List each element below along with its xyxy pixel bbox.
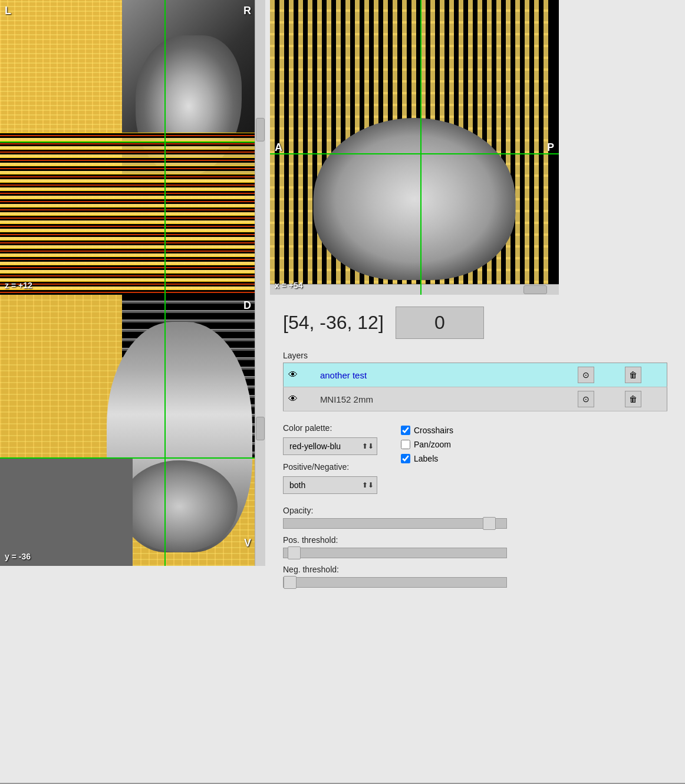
value-display: 0 bbox=[396, 307, 484, 339]
posneg-group: Positive/Negative: both positive negativ… bbox=[283, 462, 377, 494]
coordinates-display: [54, -36, 12] bbox=[283, 312, 384, 334]
crosshairs-checkbox[interactable] bbox=[401, 426, 410, 435]
axial-label-R: R bbox=[243, 5, 251, 17]
posneg-wrapper: both positive negative ⬆⬇ bbox=[283, 476, 377, 494]
sagittal-crosshair-h bbox=[0, 457, 255, 459]
layer-0-name: another test bbox=[320, 370, 367, 380]
bottom-row: D V y = -36 [54, -36, 12] 0 Layers bbox=[0, 295, 685, 566]
axial-vscrollbar-thumb[interactable] bbox=[256, 118, 265, 141]
layers-section: Layers 👁 another test ⊙ bbox=[283, 351, 667, 411]
color-palette-label: Color palette: bbox=[283, 423, 377, 433]
layer-0-delete-btn[interactable]: 🗑 bbox=[625, 367, 641, 383]
layer-0-eye[interactable]: 👁 bbox=[288, 370, 298, 380]
axial-view[interactable]: L R z = +12 bbox=[0, 0, 265, 295]
opacity-group: Opacity: bbox=[283, 506, 667, 529]
layer-0-settings-btn[interactable]: ⊙ bbox=[578, 367, 594, 383]
layer-1-name: MNI152 2mm bbox=[320, 394, 373, 404]
labels-label: Labels bbox=[414, 454, 438, 463]
controls-row: Color palette: red-yellow-blu gray hot c… bbox=[283, 423, 667, 494]
coronal-hscrollbar[interactable] bbox=[270, 284, 559, 295]
sagittal-vscrollbar[interactable] bbox=[255, 295, 265, 566]
axial-label-L: L bbox=[5, 5, 11, 17]
axial-coord: z = +12 bbox=[5, 281, 32, 290]
neg-threshold-slider[interactable] bbox=[283, 577, 507, 588]
coronal-brain bbox=[314, 118, 516, 280]
color-palette-group: Color palette: red-yellow-blu gray hot c… bbox=[283, 423, 377, 455]
labels-checkbox[interactable] bbox=[401, 454, 410, 463]
sagittal-vscrollbar-thumb[interactable] bbox=[256, 417, 265, 440]
coronal-label-A: A bbox=[275, 141, 282, 154]
layer-1-eye[interactable]: 👁 bbox=[288, 394, 298, 404]
sagittal-label-D: D bbox=[243, 299, 251, 312]
main-container: L R z = +12 A P x = +54 bbox=[0, 0, 685, 784]
neg-threshold-group: Neg. threshold: bbox=[283, 565, 667, 588]
labels-checkbox-row[interactable]: Labels bbox=[401, 454, 453, 463]
posneg-label: Positive/Negative: bbox=[283, 462, 377, 472]
sagittal-crosshair-v bbox=[164, 295, 166, 566]
pos-threshold-label: Pos. threshold: bbox=[283, 535, 667, 545]
opacity-track bbox=[283, 518, 667, 529]
color-palette-select[interactable]: red-yellow-blu gray hot cool jet bbox=[283, 437, 377, 455]
layers-table: 👁 another test ⊙ 🗑 bbox=[283, 363, 667, 411]
right-controls: Crosshairs Pan/zoom Labels bbox=[401, 423, 453, 463]
axial-stripes bbox=[0, 133, 265, 295]
pos-threshold-slider[interactable] bbox=[283, 548, 507, 558]
axial-vscrollbar[interactable] bbox=[255, 0, 265, 295]
sagittal-gray-bottom bbox=[0, 457, 133, 566]
controls-panel: [54, -36, 12] 0 Layers 👁 another test bbox=[265, 295, 685, 566]
neg-threshold-label: Neg. threshold: bbox=[283, 565, 667, 574]
coronal-hscrollbar-thumb[interactable] bbox=[523, 285, 547, 294]
coronal-view[interactable]: A P x = +54 bbox=[270, 0, 559, 295]
neg-threshold-track bbox=[283, 577, 667, 588]
crosshairs-label: Crosshairs bbox=[414, 426, 453, 435]
coronal-coord: x = +54 bbox=[275, 281, 303, 290]
layers-label: Layers bbox=[283, 351, 667, 360]
left-controls: Color palette: red-yellow-blu gray hot c… bbox=[283, 423, 377, 494]
posneg-select[interactable]: both positive negative bbox=[283, 476, 377, 494]
coronal-label-P: P bbox=[547, 141, 554, 154]
layer-1-settings-btn[interactable]: ⊙ bbox=[578, 391, 594, 407]
axial-crosshair-h bbox=[0, 141, 255, 143]
pos-threshold-group: Pos. threshold: bbox=[283, 535, 667, 559]
opacity-slider[interactable] bbox=[283, 518, 507, 529]
slider-section: Opacity: Pos. threshold: Neg. threshold: bbox=[283, 506, 667, 588]
layer-row-1: 👁 MNI152 2mm ⊙ 🗑 bbox=[284, 387, 667, 411]
panzoom-checkbox-row[interactable]: Pan/zoom bbox=[401, 440, 453, 449]
crosshairs-checkbox-row[interactable]: Crosshairs bbox=[401, 426, 453, 435]
pos-threshold-track bbox=[283, 547, 667, 559]
coronal-crosshair-v bbox=[420, 0, 421, 295]
color-palette-wrapper: red-yellow-blu gray hot cool jet ⬆⬇ bbox=[283, 437, 377, 455]
axial-crosshair-v bbox=[164, 0, 166, 295]
sagittal-coord: y = -36 bbox=[5, 552, 31, 561]
layer-row-0: 👁 another test ⊙ 🗑 bbox=[284, 363, 667, 387]
top-row: L R z = +12 A P x = +54 bbox=[0, 0, 685, 295]
sagittal-label-V: V bbox=[244, 537, 251, 549]
opacity-label: Opacity: bbox=[283, 506, 667, 515]
layer-1-delete-btn[interactable]: 🗑 bbox=[625, 391, 641, 407]
coronal-crosshair-h bbox=[270, 153, 559, 154]
sagittal-view[interactable]: D V y = -36 bbox=[0, 295, 265, 566]
panzoom-checkbox[interactable] bbox=[401, 440, 410, 449]
panzoom-label: Pan/zoom bbox=[414, 440, 451, 449]
coordinates-row: [54, -36, 12] 0 bbox=[283, 307, 667, 339]
